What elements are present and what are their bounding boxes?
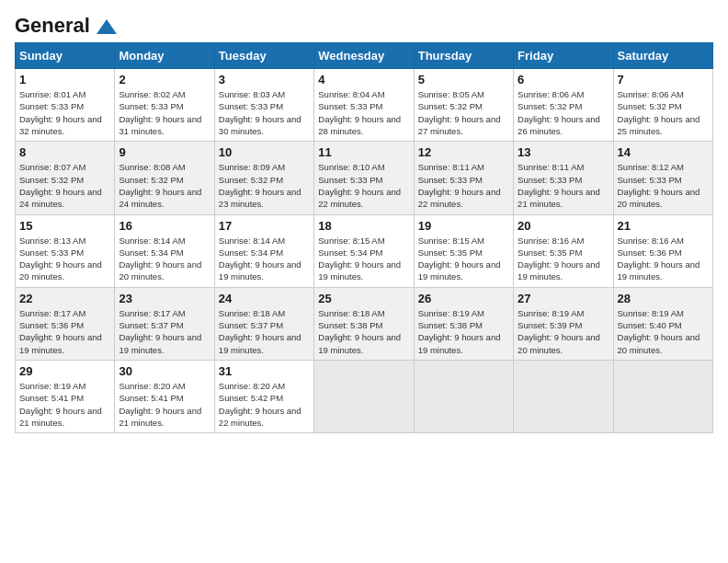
daylight: Daylight: 9 hours and 23 minutes. bbox=[219, 187, 301, 209]
day-number: 31 bbox=[219, 364, 310, 378]
daylight: Daylight: 9 hours and 21 minutes. bbox=[19, 406, 102, 428]
day-number: 1 bbox=[19, 73, 110, 86]
day-info: Sunrise: 8:06 AM Sunset: 5:32 PM Dayligh… bbox=[618, 88, 709, 137]
daylight: Daylight: 9 hours and 26 minutes. bbox=[518, 114, 600, 136]
sunrise: Sunrise: 8:14 AM bbox=[219, 236, 285, 246]
sunrise: Sunrise: 8:09 AM bbox=[219, 162, 285, 172]
sunrise: Sunrise: 8:15 AM bbox=[318, 236, 384, 246]
day-number: 13 bbox=[518, 145, 609, 159]
sunset: Sunset: 5:33 PM bbox=[518, 175, 582, 185]
sunset: Sunset: 5:41 PM bbox=[19, 393, 84, 403]
day-info: Sunrise: 8:14 AM Sunset: 5:34 PM Dayligh… bbox=[219, 235, 310, 283]
day-number: 17 bbox=[219, 219, 310, 233]
col-saturday: Saturday bbox=[613, 43, 712, 69]
sunset: Sunset: 5:42 PM bbox=[219, 393, 283, 403]
table-row bbox=[514, 360, 613, 432]
table-row: 23 Sunrise: 8:17 AM Sunset: 5:37 PM Dayl… bbox=[115, 287, 214, 360]
daylight: Daylight: 9 hours and 24 minutes. bbox=[119, 187, 201, 209]
table-row bbox=[414, 360, 513, 432]
col-thursday: Thursday bbox=[414, 43, 513, 69]
sunrise: Sunrise: 8:10 AM bbox=[318, 162, 384, 172]
daylight: Daylight: 9 hours and 22 minutes. bbox=[418, 187, 501, 209]
day-info: Sunrise: 8:18 AM Sunset: 5:37 PM Dayligh… bbox=[219, 307, 310, 356]
calendar-page: General Sunday Monday Tuesday Wednesday bbox=[0, 0, 728, 563]
calendar-week-2: 8 Sunrise: 8:07 AM Sunset: 5:32 PM Dayli… bbox=[16, 142, 713, 214]
day-info: Sunrise: 8:06 AM Sunset: 5:32 PM Dayligh… bbox=[518, 88, 609, 137]
sunrise: Sunrise: 8:04 AM bbox=[318, 89, 384, 99]
day-number: 2 bbox=[119, 73, 210, 86]
table-row: 29 Sunrise: 8:19 AM Sunset: 5:41 PM Dayl… bbox=[16, 360, 115, 432]
sunset: Sunset: 5:32 PM bbox=[418, 101, 483, 111]
sunset: Sunset: 5:32 PM bbox=[119, 175, 183, 185]
sunset: Sunset: 5:38 PM bbox=[318, 320, 382, 330]
table-row: 2 Sunrise: 8:02 AM Sunset: 5:33 PM Dayli… bbox=[115, 69, 214, 142]
sunset: Sunset: 5:34 PM bbox=[219, 247, 283, 258]
header-row: Sunday Monday Tuesday Wednesday Thursday… bbox=[16, 43, 713, 69]
table-row: 22 Sunrise: 8:17 AM Sunset: 5:36 PM Dayl… bbox=[16, 287, 115, 360]
sunset: Sunset: 5:34 PM bbox=[119, 247, 183, 258]
day-info: Sunrise: 8:16 AM Sunset: 5:35 PM Dayligh… bbox=[518, 235, 609, 283]
daylight: Daylight: 9 hours and 19 minutes. bbox=[418, 259, 501, 282]
day-info: Sunrise: 8:01 AM Sunset: 5:33 PM Dayligh… bbox=[19, 88, 110, 137]
daylight: Daylight: 9 hours and 19 minutes. bbox=[518, 259, 600, 282]
day-number: 20 bbox=[518, 219, 609, 233]
calendar-week-1: 1 Sunrise: 8:01 AM Sunset: 5:33 PM Dayli… bbox=[16, 69, 713, 142]
day-number: 14 bbox=[618, 145, 709, 159]
table-row: 21 Sunrise: 8:16 AM Sunset: 5:36 PM Dayl… bbox=[613, 214, 712, 287]
day-info: Sunrise: 8:19 AM Sunset: 5:39 PM Dayligh… bbox=[518, 307, 609, 356]
sunrise: Sunrise: 8:06 AM bbox=[518, 89, 584, 99]
sunset: Sunset: 5:33 PM bbox=[219, 101, 283, 111]
day-number: 22 bbox=[19, 292, 110, 305]
table-row: 11 Sunrise: 8:10 AM Sunset: 5:33 PM Dayl… bbox=[314, 142, 414, 214]
table-row: 28 Sunrise: 8:19 AM Sunset: 5:40 PM Dayl… bbox=[613, 287, 712, 360]
day-number: 19 bbox=[418, 219, 509, 233]
day-info: Sunrise: 8:14 AM Sunset: 5:34 PM Dayligh… bbox=[119, 235, 210, 283]
calendar-week-3: 15 Sunrise: 8:13 AM Sunset: 5:33 PM Dayl… bbox=[16, 214, 713, 287]
daylight: Daylight: 9 hours and 19 minutes. bbox=[19, 332, 102, 354]
table-row: 15 Sunrise: 8:13 AM Sunset: 5:33 PM Dayl… bbox=[16, 214, 115, 287]
sunrise: Sunrise: 8:16 AM bbox=[518, 236, 584, 246]
sunset: Sunset: 5:34 PM bbox=[318, 247, 382, 258]
sunrise: Sunrise: 8:11 AM bbox=[518, 162, 584, 172]
day-number: 16 bbox=[119, 219, 210, 233]
daylight: Daylight: 9 hours and 27 minutes. bbox=[418, 114, 501, 136]
day-number: 5 bbox=[418, 73, 509, 86]
day-info: Sunrise: 8:12 AM Sunset: 5:33 PM Dayligh… bbox=[618, 161, 709, 210]
sunrise: Sunrise: 8:18 AM bbox=[219, 308, 285, 318]
table-row: 25 Sunrise: 8:18 AM Sunset: 5:38 PM Dayl… bbox=[314, 287, 414, 360]
table-row bbox=[314, 360, 414, 432]
day-info: Sunrise: 8:13 AM Sunset: 5:33 PM Dayligh… bbox=[19, 235, 110, 283]
daylight: Daylight: 9 hours and 22 minutes. bbox=[318, 187, 401, 209]
svg-marker-0 bbox=[97, 19, 117, 34]
sunrise: Sunrise: 8:20 AM bbox=[119, 381, 185, 391]
sunset: Sunset: 5:33 PM bbox=[418, 175, 483, 185]
daylight: Daylight: 9 hours and 20 minutes. bbox=[19, 259, 102, 282]
table-row: 13 Sunrise: 8:11 AM Sunset: 5:33 PM Dayl… bbox=[514, 142, 613, 214]
daylight: Daylight: 9 hours and 20 minutes. bbox=[518, 332, 600, 354]
day-number: 12 bbox=[418, 145, 509, 159]
sunset: Sunset: 5:32 PM bbox=[19, 175, 84, 185]
day-info: Sunrise: 8:02 AM Sunset: 5:33 PM Dayligh… bbox=[119, 88, 210, 137]
daylight: Daylight: 9 hours and 30 minutes. bbox=[219, 114, 301, 136]
daylight: Daylight: 9 hours and 19 minutes. bbox=[618, 259, 700, 282]
day-number: 26 bbox=[418, 292, 509, 305]
day-info: Sunrise: 8:11 AM Sunset: 5:33 PM Dayligh… bbox=[418, 161, 509, 210]
sunrise: Sunrise: 8:19 AM bbox=[518, 308, 584, 318]
sunset: Sunset: 5:32 PM bbox=[219, 175, 283, 185]
day-number: 11 bbox=[318, 145, 409, 159]
col-tuesday: Tuesday bbox=[214, 43, 313, 69]
sunrise: Sunrise: 8:03 AM bbox=[219, 89, 285, 99]
sunrise: Sunrise: 8:08 AM bbox=[119, 162, 185, 172]
day-info: Sunrise: 8:05 AM Sunset: 5:32 PM Dayligh… bbox=[418, 88, 509, 137]
day-info: Sunrise: 8:17 AM Sunset: 5:36 PM Dayligh… bbox=[19, 307, 110, 356]
sunrise: Sunrise: 8:01 AM bbox=[19, 89, 85, 99]
day-number: 6 bbox=[518, 73, 609, 86]
sunset: Sunset: 5:33 PM bbox=[318, 175, 382, 185]
logo-icon bbox=[97, 19, 117, 34]
sunrise: Sunrise: 8:12 AM bbox=[618, 162, 684, 172]
day-info: Sunrise: 8:17 AM Sunset: 5:37 PM Dayligh… bbox=[119, 307, 210, 356]
col-monday: Monday bbox=[115, 43, 214, 69]
daylight: Daylight: 9 hours and 19 minutes. bbox=[418, 332, 501, 354]
day-info: Sunrise: 8:10 AM Sunset: 5:33 PM Dayligh… bbox=[318, 161, 409, 210]
col-sunday: Sunday bbox=[16, 43, 115, 69]
